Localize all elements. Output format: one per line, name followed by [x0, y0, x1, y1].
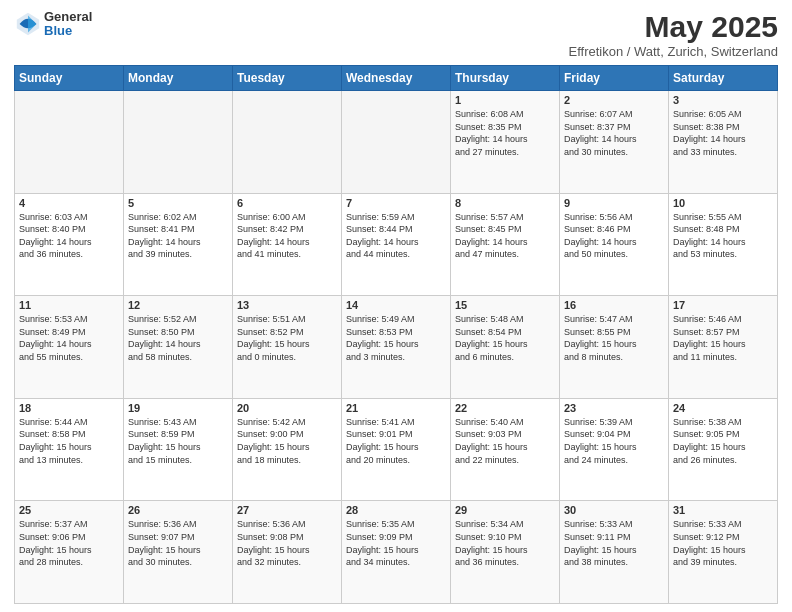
day-info: Sunrise: 6:05 AM Sunset: 8:38 PM Dayligh…: [673, 108, 773, 158]
day-number: 17: [673, 299, 773, 311]
calendar-week-row: 11Sunrise: 5:53 AM Sunset: 8:49 PM Dayli…: [15, 296, 778, 399]
day-number: 15: [455, 299, 555, 311]
day-number: 30: [564, 504, 664, 516]
main-title: May 2025: [568, 10, 778, 44]
calendar-cell: 15Sunrise: 5:48 AM Sunset: 8:54 PM Dayli…: [451, 296, 560, 399]
day-number: 4: [19, 197, 119, 209]
calendar-cell: 31Sunrise: 5:33 AM Sunset: 9:12 PM Dayli…: [669, 501, 778, 604]
day-number: 25: [19, 504, 119, 516]
calendar-cell: 10Sunrise: 5:55 AM Sunset: 8:48 PM Dayli…: [669, 193, 778, 296]
title-section: May 2025 Effretikon / Watt, Zurich, Swit…: [568, 10, 778, 59]
day-number: 23: [564, 402, 664, 414]
day-info: Sunrise: 5:34 AM Sunset: 9:10 PM Dayligh…: [455, 518, 555, 568]
calendar-cell: 4Sunrise: 6:03 AM Sunset: 8:40 PM Daylig…: [15, 193, 124, 296]
day-info: Sunrise: 5:49 AM Sunset: 8:53 PM Dayligh…: [346, 313, 446, 363]
day-number: 10: [673, 197, 773, 209]
calendar-cell: [342, 91, 451, 194]
day-number: 31: [673, 504, 773, 516]
calendar-cell: 21Sunrise: 5:41 AM Sunset: 9:01 PM Dayli…: [342, 398, 451, 501]
day-number: 12: [128, 299, 228, 311]
day-number: 8: [455, 197, 555, 209]
calendar-cell: 27Sunrise: 5:36 AM Sunset: 9:08 PM Dayli…: [233, 501, 342, 604]
day-info: Sunrise: 5:51 AM Sunset: 8:52 PM Dayligh…: [237, 313, 337, 363]
calendar-cell: [124, 91, 233, 194]
day-number: 20: [237, 402, 337, 414]
logo-general-text: General: [44, 10, 92, 24]
calendar-week-row: 25Sunrise: 5:37 AM Sunset: 9:06 PM Dayli…: [15, 501, 778, 604]
logo: General Blue: [14, 10, 92, 39]
column-header-monday: Monday: [124, 66, 233, 91]
logo-text: General Blue: [44, 10, 92, 39]
day-number: 5: [128, 197, 228, 209]
day-info: Sunrise: 5:44 AM Sunset: 8:58 PM Dayligh…: [19, 416, 119, 466]
day-number: 6: [237, 197, 337, 209]
logo-blue-text: Blue: [44, 24, 92, 38]
day-info: Sunrise: 5:39 AM Sunset: 9:04 PM Dayligh…: [564, 416, 664, 466]
day-info: Sunrise: 5:56 AM Sunset: 8:46 PM Dayligh…: [564, 211, 664, 261]
column-header-friday: Friday: [560, 66, 669, 91]
day-info: Sunrise: 5:55 AM Sunset: 8:48 PM Dayligh…: [673, 211, 773, 261]
day-number: 27: [237, 504, 337, 516]
header: General Blue May 2025 Effretikon / Watt,…: [14, 10, 778, 59]
day-info: Sunrise: 5:48 AM Sunset: 8:54 PM Dayligh…: [455, 313, 555, 363]
calendar-cell: 29Sunrise: 5:34 AM Sunset: 9:10 PM Dayli…: [451, 501, 560, 604]
day-number: 26: [128, 504, 228, 516]
column-header-thursday: Thursday: [451, 66, 560, 91]
calendar-cell: 2Sunrise: 6:07 AM Sunset: 8:37 PM Daylig…: [560, 91, 669, 194]
day-info: Sunrise: 5:43 AM Sunset: 8:59 PM Dayligh…: [128, 416, 228, 466]
calendar-cell: [233, 91, 342, 194]
day-info: Sunrise: 5:57 AM Sunset: 8:45 PM Dayligh…: [455, 211, 555, 261]
day-info: Sunrise: 6:08 AM Sunset: 8:35 PM Dayligh…: [455, 108, 555, 158]
calendar-cell: 18Sunrise: 5:44 AM Sunset: 8:58 PM Dayli…: [15, 398, 124, 501]
column-header-sunday: Sunday: [15, 66, 124, 91]
day-number: 1: [455, 94, 555, 106]
day-number: 7: [346, 197, 446, 209]
calendar-cell: 11Sunrise: 5:53 AM Sunset: 8:49 PM Dayli…: [15, 296, 124, 399]
day-info: Sunrise: 6:00 AM Sunset: 8:42 PM Dayligh…: [237, 211, 337, 261]
day-info: Sunrise: 5:40 AM Sunset: 9:03 PM Dayligh…: [455, 416, 555, 466]
calendar-cell: 17Sunrise: 5:46 AM Sunset: 8:57 PM Dayli…: [669, 296, 778, 399]
day-info: Sunrise: 5:46 AM Sunset: 8:57 PM Dayligh…: [673, 313, 773, 363]
column-header-tuesday: Tuesday: [233, 66, 342, 91]
day-info: Sunrise: 5:42 AM Sunset: 9:00 PM Dayligh…: [237, 416, 337, 466]
page: General Blue May 2025 Effretikon / Watt,…: [0, 0, 792, 612]
day-number: 22: [455, 402, 555, 414]
day-info: Sunrise: 5:37 AM Sunset: 9:06 PM Dayligh…: [19, 518, 119, 568]
day-number: 11: [19, 299, 119, 311]
day-number: 14: [346, 299, 446, 311]
calendar-cell: [15, 91, 124, 194]
calendar-cell: 8Sunrise: 5:57 AM Sunset: 8:45 PM Daylig…: [451, 193, 560, 296]
day-info: Sunrise: 5:33 AM Sunset: 9:12 PM Dayligh…: [673, 518, 773, 568]
day-number: 3: [673, 94, 773, 106]
calendar-week-row: 1Sunrise: 6:08 AM Sunset: 8:35 PM Daylig…: [15, 91, 778, 194]
subtitle: Effretikon / Watt, Zurich, Switzerland: [568, 44, 778, 59]
day-number: 19: [128, 402, 228, 414]
day-info: Sunrise: 5:36 AM Sunset: 9:08 PM Dayligh…: [237, 518, 337, 568]
calendar-cell: 25Sunrise: 5:37 AM Sunset: 9:06 PM Dayli…: [15, 501, 124, 604]
calendar-cell: 14Sunrise: 5:49 AM Sunset: 8:53 PM Dayli…: [342, 296, 451, 399]
day-info: Sunrise: 6:07 AM Sunset: 8:37 PM Dayligh…: [564, 108, 664, 158]
calendar-cell: 23Sunrise: 5:39 AM Sunset: 9:04 PM Dayli…: [560, 398, 669, 501]
day-info: Sunrise: 5:53 AM Sunset: 8:49 PM Dayligh…: [19, 313, 119, 363]
calendar-cell: 22Sunrise: 5:40 AM Sunset: 9:03 PM Dayli…: [451, 398, 560, 501]
calendar-cell: 3Sunrise: 6:05 AM Sunset: 8:38 PM Daylig…: [669, 91, 778, 194]
day-info: Sunrise: 6:02 AM Sunset: 8:41 PM Dayligh…: [128, 211, 228, 261]
day-number: 18: [19, 402, 119, 414]
calendar-header-row: SundayMondayTuesdayWednesdayThursdayFrid…: [15, 66, 778, 91]
day-number: 2: [564, 94, 664, 106]
column-header-wednesday: Wednesday: [342, 66, 451, 91]
day-number: 24: [673, 402, 773, 414]
day-info: Sunrise: 5:38 AM Sunset: 9:05 PM Dayligh…: [673, 416, 773, 466]
calendar-cell: 20Sunrise: 5:42 AM Sunset: 9:00 PM Dayli…: [233, 398, 342, 501]
calendar-cell: 19Sunrise: 5:43 AM Sunset: 8:59 PM Dayli…: [124, 398, 233, 501]
calendar-cell: 26Sunrise: 5:36 AM Sunset: 9:07 PM Dayli…: [124, 501, 233, 604]
day-number: 16: [564, 299, 664, 311]
column-header-saturday: Saturday: [669, 66, 778, 91]
day-info: Sunrise: 5:41 AM Sunset: 9:01 PM Dayligh…: [346, 416, 446, 466]
calendar-week-row: 4Sunrise: 6:03 AM Sunset: 8:40 PM Daylig…: [15, 193, 778, 296]
calendar-cell: 7Sunrise: 5:59 AM Sunset: 8:44 PM Daylig…: [342, 193, 451, 296]
day-number: 9: [564, 197, 664, 209]
calendar-table: SundayMondayTuesdayWednesdayThursdayFrid…: [14, 65, 778, 604]
calendar-cell: 28Sunrise: 5:35 AM Sunset: 9:09 PM Dayli…: [342, 501, 451, 604]
calendar-cell: 1Sunrise: 6:08 AM Sunset: 8:35 PM Daylig…: [451, 91, 560, 194]
